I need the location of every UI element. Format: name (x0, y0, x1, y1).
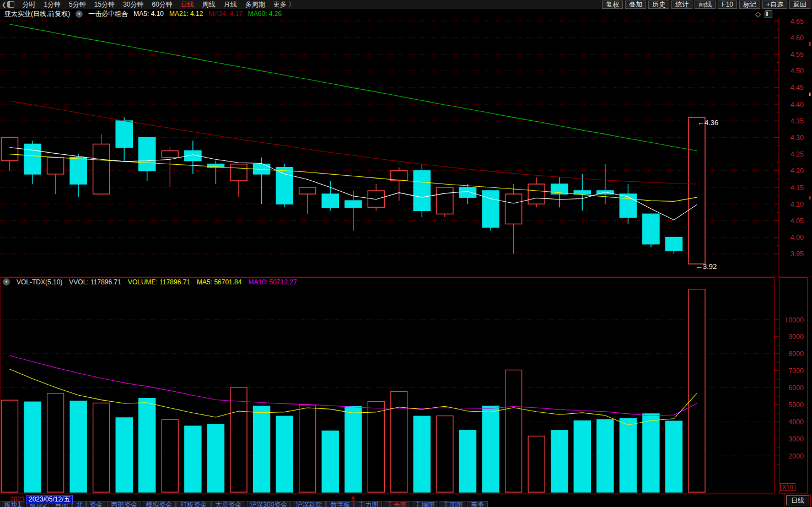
svg-text:4.45: 4.45 (791, 84, 804, 91)
svg-text:4.35: 4.35 (791, 117, 804, 125)
ma-legend-item: MA60: 4.26 (248, 10, 282, 18)
svg-text:←4.36: ←4.36 (697, 118, 718, 127)
period-indicator[interactable]: 日线 (786, 495, 809, 505)
period-tab[interactable]: 日线 (181, 0, 194, 9)
svg-text:←3.92: ←3.92 (696, 262, 717, 271)
svg-text:2000: 2000 (788, 452, 804, 460)
period-tab[interactable]: 30分钟 (123, 0, 143, 9)
period-tab[interactable]: 周线 (202, 0, 216, 9)
chart-title-row: 亚太实业(日线,前复权) ▾ 一击必中组合 MA5: 4.10MA21: 4.1… (0, 9, 812, 18)
svg-text:10000: 10000 (784, 316, 804, 324)
svg-text:4.55: 4.55 (791, 51, 804, 58)
period-tab[interactable]: 1分钟 (44, 0, 61, 9)
period-tabs: 分时1分钟5分钟15分钟30分钟60分钟日线周线月线多周期更多 〉 (22, 0, 295, 9)
svg-text:4.15: 4.15 (791, 184, 804, 192)
svg-text:4.25: 4.25 (791, 150, 804, 158)
month-label: 6 (351, 495, 355, 503)
toolbar-button[interactable]: 标记 (739, 1, 760, 9)
svg-text:8000: 8000 (788, 350, 804, 358)
strategy-dropdown-icon[interactable]: ▾ (76, 10, 83, 18)
svg-text:9000: 9000 (788, 333, 804, 341)
selected-date-box[interactable]: 2023/05/12/五 (26, 495, 73, 504)
toolbar-button[interactable]: 历史 (648, 1, 669, 9)
volume-multiplier-badge: X10 (780, 483, 795, 491)
period-tab[interactable]: 更多 〉 (273, 0, 295, 9)
panel-toggle-icon[interactable]: ❮ (2, 1, 14, 8)
svg-text:7000: 7000 (788, 367, 804, 375)
svg-text:4.60: 4.60 (791, 34, 804, 42)
svg-text:4.10: 4.10 (791, 201, 804, 208)
svg-text:3000: 3000 (788, 435, 804, 443)
top-menu-bar: ❮ 分时1分钟5分钟15分钟30分钟60分钟日线周线月线多周期更多 〉 复权叠加… (0, 0, 812, 9)
toolbar-button[interactable]: 叠加 (625, 1, 646, 9)
toolbar-button[interactable]: 返回 (789, 1, 810, 9)
svg-text:4.00: 4.00 (791, 234, 804, 241)
toolbar-button[interactable]: F10 (718, 1, 737, 9)
svg-text:4.20: 4.20 (791, 167, 804, 175)
period-tab[interactable]: 15分钟 (94, 0, 115, 9)
volume-header: ▾ VOL-TDX(5,10)VVOL: 117896.71VOLUME: 11… (0, 278, 297, 286)
symbol-title: 亚太实业(日线,前复权) (4, 9, 70, 19)
axis-divider (810, 494, 811, 507)
svg-text:4.50: 4.50 (791, 67, 804, 75)
svg-text:5000: 5000 (788, 401, 804, 409)
svg-text:4000: 4000 (788, 418, 804, 426)
volume-legend-item: MA5: 56701.84 (197, 278, 241, 286)
date-axis: 2023 2023/05/12/五 6 X10 日线 (0, 494, 812, 507)
split-view-icon[interactable] (765, 10, 772, 18)
volume-legend-item: VVOL: 117896.71 (69, 278, 121, 286)
volume-legend: VOL-TDX(5,10)VVOL: 117896.71VOLUME: 1178… (17, 278, 297, 286)
strategy-label[interactable]: 一击必中组合 (88, 9, 128, 19)
tdx-chart-window: ❮ 分时1分钟5分钟15分钟30分钟60分钟日线周线月线多周期更多 〉 复权叠加… (0, 0, 812, 507)
year-label: 2023 (10, 495, 25, 503)
diamond-marker-icon[interactable]: ◇ (755, 10, 761, 18)
axis-divider (784, 494, 784, 507)
period-tab[interactable]: 分时 (22, 0, 35, 9)
volume-dropdown-icon[interactable]: ▾ (3, 278, 10, 285)
svg-text:6000: 6000 (788, 384, 804, 392)
svg-text:3.95: 3.95 (791, 250, 804, 258)
ma-legend-item: MA34: 4.17 (208, 10, 242, 18)
volume-legend-item: MA10: 50712.27 (248, 278, 297, 286)
period-tab[interactable]: 60分钟 (152, 0, 172, 9)
svg-text:4.05: 4.05 (791, 217, 804, 225)
volume-legend-item: VOLUME: 117896.71 (128, 278, 190, 286)
period-tab[interactable]: 5分钟 (69, 0, 86, 9)
toolbar-buttons: 复权叠加历史统计画线F10标记+自选返回 (602, 1, 812, 9)
svg-text:4.65: 4.65 (791, 18, 804, 25)
volume-legend-item: VOL-TDX(5,10) (17, 278, 62, 286)
toolbar-button[interactable]: 统计 (671, 1, 692, 9)
ma-legend-item: MA21: 4.12 (169, 10, 203, 18)
period-tab[interactable]: 多周期 (245, 0, 265, 9)
toolbar-button[interactable]: 复权 (602, 1, 623, 9)
svg-text:4.30: 4.30 (791, 134, 804, 142)
svg-text:4.40: 4.40 (791, 101, 804, 109)
toolbar-button[interactable]: 画线 (695, 1, 716, 9)
kline-chart[interactable]: 4.654.604.554.504.454.404.354.304.254.20… (0, 0, 812, 507)
period-tab[interactable]: 月线 (224, 0, 237, 9)
ma-legend-item: MA5: 4.10 (133, 10, 164, 18)
price-ma-legend: MA5: 4.10MA21: 4.12MA34: 4.17MA60: 4.26 (133, 10, 282, 18)
toolbar-button[interactable]: +自选 (762, 1, 787, 9)
